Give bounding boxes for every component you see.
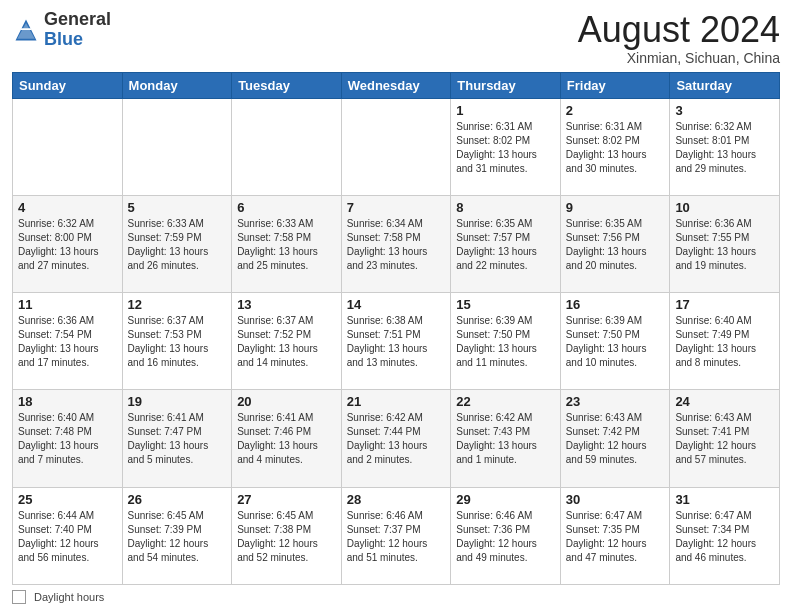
day-number: 20 — [237, 394, 336, 409]
header: General Blue August 2024 Xinmian, Sichua… — [12, 10, 780, 66]
day-cell: 17Sunrise: 6:40 AM Sunset: 7:49 PM Dayli… — [670, 293, 780, 390]
day-cell: 20Sunrise: 6:41 AM Sunset: 7:46 PM Dayli… — [232, 390, 342, 487]
svg-marker-1 — [17, 23, 35, 39]
day-number: 25 — [18, 492, 117, 507]
day-cell — [122, 98, 232, 195]
day-number: 10 — [675, 200, 774, 215]
day-info: Sunrise: 6:34 AM Sunset: 7:58 PM Dayligh… — [347, 217, 446, 273]
day-cell: 26Sunrise: 6:45 AM Sunset: 7:39 PM Dayli… — [122, 487, 232, 584]
day-info: Sunrise: 6:33 AM Sunset: 7:59 PM Dayligh… — [128, 217, 227, 273]
day-number: 15 — [456, 297, 555, 312]
weekday-header-wednesday: Wednesday — [341, 72, 451, 98]
week-row-1: 1Sunrise: 6:31 AM Sunset: 8:02 PM Daylig… — [13, 98, 780, 195]
day-info: Sunrise: 6:41 AM Sunset: 7:47 PM Dayligh… — [128, 411, 227, 467]
day-info: Sunrise: 6:37 AM Sunset: 7:52 PM Dayligh… — [237, 314, 336, 370]
day-cell: 16Sunrise: 6:39 AM Sunset: 7:50 PM Dayli… — [560, 293, 670, 390]
day-cell: 3Sunrise: 6:32 AM Sunset: 8:01 PM Daylig… — [670, 98, 780, 195]
day-info: Sunrise: 6:42 AM Sunset: 7:43 PM Dayligh… — [456, 411, 555, 467]
title-block: August 2024 Xinmian, Sichuan, China — [578, 10, 780, 66]
day-number: 31 — [675, 492, 774, 507]
day-cell: 30Sunrise: 6:47 AM Sunset: 7:35 PM Dayli… — [560, 487, 670, 584]
week-row-2: 4Sunrise: 6:32 AM Sunset: 8:00 PM Daylig… — [13, 195, 780, 292]
day-cell: 7Sunrise: 6:34 AM Sunset: 7:58 PM Daylig… — [341, 195, 451, 292]
day-number: 21 — [347, 394, 446, 409]
day-info: Sunrise: 6:36 AM Sunset: 7:55 PM Dayligh… — [675, 217, 774, 273]
day-number: 26 — [128, 492, 227, 507]
page: General Blue August 2024 Xinmian, Sichua… — [0, 0, 792, 612]
day-number: 11 — [18, 297, 117, 312]
day-number: 29 — [456, 492, 555, 507]
week-row-4: 18Sunrise: 6:40 AM Sunset: 7:48 PM Dayli… — [13, 390, 780, 487]
day-cell: 8Sunrise: 6:35 AM Sunset: 7:57 PM Daylig… — [451, 195, 561, 292]
day-number: 27 — [237, 492, 336, 507]
weekday-header-sunday: Sunday — [13, 72, 123, 98]
day-number: 17 — [675, 297, 774, 312]
weekday-header-friday: Friday — [560, 72, 670, 98]
day-number: 30 — [566, 492, 665, 507]
day-info: Sunrise: 6:32 AM Sunset: 8:00 PM Dayligh… — [18, 217, 117, 273]
day-info: Sunrise: 6:31 AM Sunset: 8:02 PM Dayligh… — [456, 120, 555, 176]
footer: Daylight hours — [12, 590, 780, 604]
day-info: Sunrise: 6:31 AM Sunset: 8:02 PM Dayligh… — [566, 120, 665, 176]
weekday-header-tuesday: Tuesday — [232, 72, 342, 98]
day-cell: 11Sunrise: 6:36 AM Sunset: 7:54 PM Dayli… — [13, 293, 123, 390]
day-info: Sunrise: 6:42 AM Sunset: 7:44 PM Dayligh… — [347, 411, 446, 467]
day-number: 18 — [18, 394, 117, 409]
day-info: Sunrise: 6:35 AM Sunset: 7:56 PM Dayligh… — [566, 217, 665, 273]
day-cell: 13Sunrise: 6:37 AM Sunset: 7:52 PM Dayli… — [232, 293, 342, 390]
day-number: 24 — [675, 394, 774, 409]
day-cell: 22Sunrise: 6:42 AM Sunset: 7:43 PM Dayli… — [451, 390, 561, 487]
logo-text: General Blue — [44, 10, 111, 50]
day-number: 16 — [566, 297, 665, 312]
day-cell: 4Sunrise: 6:32 AM Sunset: 8:00 PM Daylig… — [13, 195, 123, 292]
daylight-label: Daylight hours — [34, 591, 104, 603]
day-cell: 25Sunrise: 6:44 AM Sunset: 7:40 PM Dayli… — [13, 487, 123, 584]
day-info: Sunrise: 6:37 AM Sunset: 7:53 PM Dayligh… — [128, 314, 227, 370]
day-cell: 28Sunrise: 6:46 AM Sunset: 7:37 PM Dayli… — [341, 487, 451, 584]
day-number: 5 — [128, 200, 227, 215]
day-cell: 23Sunrise: 6:43 AM Sunset: 7:42 PM Dayli… — [560, 390, 670, 487]
day-cell: 9Sunrise: 6:35 AM Sunset: 7:56 PM Daylig… — [560, 195, 670, 292]
day-info: Sunrise: 6:47 AM Sunset: 7:35 PM Dayligh… — [566, 509, 665, 565]
day-cell: 24Sunrise: 6:43 AM Sunset: 7:41 PM Dayli… — [670, 390, 780, 487]
logo-general-text: General — [44, 9, 111, 29]
day-info: Sunrise: 6:40 AM Sunset: 7:48 PM Dayligh… — [18, 411, 117, 467]
day-cell: 27Sunrise: 6:45 AM Sunset: 7:38 PM Dayli… — [232, 487, 342, 584]
day-info: Sunrise: 6:32 AM Sunset: 8:01 PM Dayligh… — [675, 120, 774, 176]
day-info: Sunrise: 6:39 AM Sunset: 7:50 PM Dayligh… — [566, 314, 665, 370]
day-number: 7 — [347, 200, 446, 215]
day-number: 2 — [566, 103, 665, 118]
day-info: Sunrise: 6:40 AM Sunset: 7:49 PM Dayligh… — [675, 314, 774, 370]
day-number: 3 — [675, 103, 774, 118]
day-cell — [13, 98, 123, 195]
day-cell: 5Sunrise: 6:33 AM Sunset: 7:59 PM Daylig… — [122, 195, 232, 292]
weekday-header-thursday: Thursday — [451, 72, 561, 98]
day-number: 1 — [456, 103, 555, 118]
day-cell: 1Sunrise: 6:31 AM Sunset: 8:02 PM Daylig… — [451, 98, 561, 195]
calendar-table: SundayMondayTuesdayWednesdayThursdayFrid… — [12, 72, 780, 585]
day-cell: 6Sunrise: 6:33 AM Sunset: 7:58 PM Daylig… — [232, 195, 342, 292]
day-cell: 21Sunrise: 6:42 AM Sunset: 7:44 PM Dayli… — [341, 390, 451, 487]
day-info: Sunrise: 6:36 AM Sunset: 7:54 PM Dayligh… — [18, 314, 117, 370]
day-info: Sunrise: 6:44 AM Sunset: 7:40 PM Dayligh… — [18, 509, 117, 565]
weekday-header-row: SundayMondayTuesdayWednesdayThursdayFrid… — [13, 72, 780, 98]
main-title: August 2024 — [578, 10, 780, 50]
day-info: Sunrise: 6:38 AM Sunset: 7:51 PM Dayligh… — [347, 314, 446, 370]
day-number: 22 — [456, 394, 555, 409]
day-number: 6 — [237, 200, 336, 215]
day-cell: 19Sunrise: 6:41 AM Sunset: 7:47 PM Dayli… — [122, 390, 232, 487]
day-info: Sunrise: 6:39 AM Sunset: 7:50 PM Dayligh… — [456, 314, 555, 370]
day-number: 4 — [18, 200, 117, 215]
week-row-5: 25Sunrise: 6:44 AM Sunset: 7:40 PM Dayli… — [13, 487, 780, 584]
day-cell: 2Sunrise: 6:31 AM Sunset: 8:02 PM Daylig… — [560, 98, 670, 195]
day-info: Sunrise: 6:33 AM Sunset: 7:58 PM Dayligh… — [237, 217, 336, 273]
day-info: Sunrise: 6:46 AM Sunset: 7:37 PM Dayligh… — [347, 509, 446, 565]
day-number: 13 — [237, 297, 336, 312]
day-info: Sunrise: 6:35 AM Sunset: 7:57 PM Dayligh… — [456, 217, 555, 273]
day-info: Sunrise: 6:45 AM Sunset: 7:39 PM Dayligh… — [128, 509, 227, 565]
day-cell: 12Sunrise: 6:37 AM Sunset: 7:53 PM Dayli… — [122, 293, 232, 390]
day-info: Sunrise: 6:43 AM Sunset: 7:42 PM Dayligh… — [566, 411, 665, 467]
day-cell: 18Sunrise: 6:40 AM Sunset: 7:48 PM Dayli… — [13, 390, 123, 487]
svg-rect-2 — [21, 28, 32, 30]
day-number: 8 — [456, 200, 555, 215]
